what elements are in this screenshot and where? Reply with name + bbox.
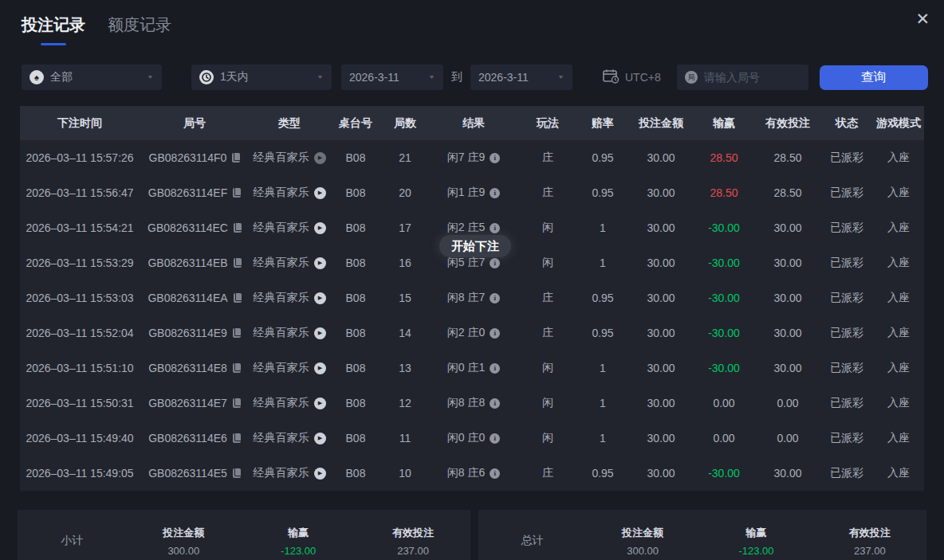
calendar-clock-icon[interactable] [602, 69, 620, 87]
cell-play: 庄 [519, 326, 576, 340]
copy-icon[interactable] [233, 433, 241, 443]
play-video-icon[interactable]: ▶ [314, 257, 326, 269]
info-icon[interactable]: i [490, 398, 500, 409]
date-to-value: 2026-3-11 [478, 71, 529, 84]
total-winloss: 输赢 -123.00 [699, 526, 812, 557]
round-id-text: GB08263114E8 [148, 362, 227, 374]
chevron-down-icon: ▼ [428, 74, 435, 80]
column-header: 类型 [250, 116, 329, 131]
cell-round-no: 20 [382, 186, 428, 199]
cell-round-no: 10 [382, 467, 428, 480]
column-header: 结果 [428, 116, 519, 131]
copy-icon[interactable] [234, 258, 242, 268]
cell-bet-time: 2026–03–11 15:56:47 [20, 186, 140, 199]
cell-game-mode: 入座 [873, 151, 924, 165]
cell-game-type: 经典百家乐▶ [250, 396, 329, 410]
search-button[interactable]: 查询 [820, 65, 928, 90]
play-video-icon[interactable]: ▶ [314, 152, 326, 164]
cell-round-id: GB08263114EC [140, 221, 250, 234]
cell-table-no: B08 [329, 292, 382, 304]
column-header: 输赢 [693, 116, 755, 131]
cell-round-no: 16 [382, 257, 428, 269]
info-icon[interactable]: i [490, 293, 500, 303]
cell-play: 庄 [519, 291, 576, 305]
column-header: 局号 [140, 116, 250, 131]
info-icon[interactable]: i [490, 188, 500, 198]
info-icon[interactable]: i [490, 258, 500, 268]
cell-odds: 0.95 [576, 151, 629, 164]
round-id-text: GB08263114F0 [149, 151, 227, 164]
info-icon[interactable]: i [490, 433, 500, 444]
copy-icon[interactable] [233, 328, 241, 338]
copy-icon[interactable] [233, 398, 241, 408]
play-video-icon[interactable]: ▶ [314, 222, 326, 234]
cell-winloss: 0.00 [693, 432, 755, 444]
play-video-icon[interactable]: ▶ [314, 187, 326, 199]
cell-valid-bet: 28.50 [755, 186, 820, 199]
cell-odds: 0.95 [576, 467, 629, 480]
play-video-icon[interactable]: ▶ [314, 468, 326, 480]
date-from-select[interactable]: 2026-3-11 ▼ [341, 65, 443, 90]
total-label: 总计 [478, 534, 586, 548]
round-badge-icon: 局 [685, 71, 698, 84]
game-type-select[interactable]: ♠ 全部 ▼ [22, 65, 162, 90]
subtotal-valid-bet-value: 237.00 [356, 545, 470, 557]
time-range-select[interactable]: 1天内 ▼ [191, 65, 332, 90]
chevron-down-icon: ▼ [557, 74, 564, 80]
filter-bar: ♠ 全部 ▼ 1天内 ▼ 2026-3-11 ▼ 到 2026-3-11 ▼ U… [0, 65, 944, 90]
play-video-icon[interactable]: ▶ [314, 433, 326, 444]
date-to-select[interactable]: 2026-3-11 ▼ [470, 65, 572, 90]
cell-result: 闲1 庄9i [428, 186, 519, 200]
copy-icon[interactable] [233, 363, 241, 373]
cell-bet-amount: 30.00 [629, 397, 693, 409]
table-row: 2026–03–11 15:53:03GB08263114EA经典百家乐▶B08… [20, 280, 924, 315]
play-video-icon[interactable]: ▶ [314, 292, 326, 304]
info-icon[interactable]: i [490, 363, 500, 374]
copy-icon[interactable] [234, 293, 242, 303]
copy-icon[interactable] [232, 153, 240, 163]
info-icon[interactable]: i [490, 328, 500, 339]
cell-table-no: B08 [329, 151, 382, 164]
table-row: 2026–03–11 15:56:47GB08263114EF经典百家乐▶B08… [20, 175, 924, 210]
total-bet-amount-value: 300.00 [586, 545, 699, 557]
copy-icon[interactable] [233, 468, 241, 478]
cell-result: 闲2 庄0i [428, 326, 519, 340]
copy-icon[interactable] [234, 223, 242, 233]
spade-icon: ♠ [30, 70, 44, 84]
round-id-text: GB08263114E6 [148, 432, 227, 444]
chevron-down-icon: ▼ [147, 74, 154, 80]
cell-round-no: 13 [382, 362, 428, 374]
play-video-icon[interactable]: ▶ [314, 327, 326, 339]
subtotal-valid-bet: 有效投注 237.00 [356, 526, 470, 557]
cell-game-type: 经典百家乐▶ [250, 361, 329, 375]
column-header: 玩法 [519, 116, 576, 131]
cell-table-no: B08 [329, 257, 382, 269]
cell-play: 闲 [519, 256, 576, 270]
column-header: 状态 [820, 116, 873, 131]
cell-status: 已派彩 [820, 186, 873, 200]
total-bet-amount-label: 投注金额 [586, 526, 699, 540]
play-video-icon[interactable]: ▶ [314, 397, 326, 409]
cell-game-mode: 入座 [873, 361, 924, 375]
date-to-label: 到 [451, 70, 462, 84]
cell-play: 庄 [519, 466, 576, 480]
round-search-field[interactable]: 局 [677, 65, 808, 90]
cell-bet-amount: 30.00 [629, 257, 693, 269]
cell-game-mode: 入座 [873, 186, 924, 200]
round-id-text: GB08263114E5 [148, 467, 227, 480]
cell-round-no: 12 [382, 397, 428, 409]
cell-winloss: 0.00 [693, 397, 755, 409]
info-icon[interactable]: i [490, 468, 500, 479]
copy-icon[interactable] [233, 188, 241, 198]
info-icon[interactable]: i [490, 223, 500, 233]
cell-round-id: GB08263114E7 [140, 397, 250, 409]
tab-bet-records[interactable]: 投注记录 [22, 14, 85, 45]
round-search-input[interactable] [704, 71, 800, 84]
tab-quota-records[interactable]: 额度记录 [108, 14, 171, 36]
cell-bet-time: 2026–03–11 15:49:40 [20, 432, 140, 444]
cell-game-mode: 入座 [873, 221, 924, 235]
info-icon[interactable]: i [490, 153, 500, 163]
play-video-icon[interactable]: ▶ [314, 362, 326, 374]
table-row: 2026–03–11 15:49:05GB08263114E5经典百家乐▶B08… [20, 456, 924, 491]
close-icon[interactable]: ✕ [911, 8, 934, 30]
